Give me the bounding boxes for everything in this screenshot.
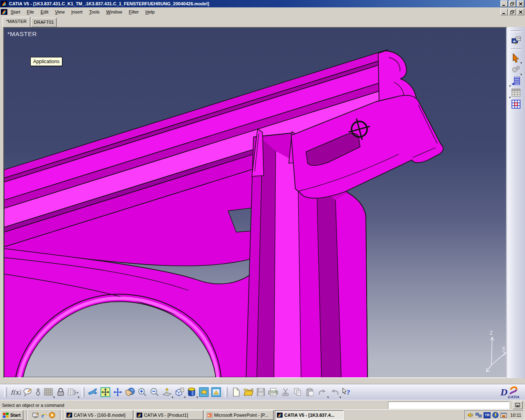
copy-button[interactable] <box>292 386 304 398</box>
subtoolbar-arrow[interactable] <box>78 397 79 398</box>
zoom-in-button[interactable] <box>136 386 148 398</box>
menu-edit[interactable]: Edit <box>37 8 52 16</box>
menu-insert[interactable]: Insert <box>68 8 86 16</box>
toolbar-handle[interactable] <box>225 387 228 397</box>
zoom-in-icon <box>137 387 147 397</box>
isometric-view-button[interactable] <box>173 386 185 398</box>
pan-button[interactable] <box>112 386 124 398</box>
taskbar-separator <box>26 410 28 420</box>
menu-window[interactable]: Window <box>103 8 126 16</box>
bottom-toolbar-zone: f(x) <box>0 378 525 400</box>
open-folder-icon <box>243 388 254 397</box>
status-message: Select an object or a command <box>2 403 388 408</box>
document-icon <box>1 9 7 15</box>
3d-model-canvas[interactable]: Z X <box>4 28 506 377</box>
power-input-button[interactable] <box>513 401 523 409</box>
undo-icon <box>317 388 327 396</box>
workbench-button[interactable] <box>510 34 522 46</box>
mdi-close-button[interactable] <box>517 9 524 15</box>
mdi-restore-button[interactable] <box>509 9 516 15</box>
design-grid-button[interactable] <box>42 386 55 398</box>
rotate-button[interactable] <box>124 386 136 398</box>
task-catia-160b[interactable]: CATIA V5 - [160-B.model] <box>64 410 133 420</box>
workbench-icon <box>511 35 521 45</box>
language-indicator[interactable]: TR <box>484 412 491 418</box>
zoom-out-button[interactable] <box>148 386 161 398</box>
task-powerpoint[interactable]: Microsoft PowerPoint - [P... <box>205 410 274 420</box>
knowledge-button[interactable] <box>34 386 42 398</box>
tab-master[interactable]: *MASTER <box>2 17 30 27</box>
design-table-button[interactable]: }= <box>67 386 79 398</box>
swap-visible-space-button[interactable] <box>210 386 222 398</box>
working-grid-icon <box>511 99 521 109</box>
tools-gears-button[interactable] <box>510 64 522 75</box>
undo-button[interactable] <box>316 386 329 398</box>
lock-button[interactable] <box>55 386 67 398</box>
power-input-field[interactable] <box>388 402 509 409</box>
media-player-icon[interactable] <box>49 412 55 418</box>
copy-icon <box>293 388 302 397</box>
volume-icon[interactable] <box>467 412 474 418</box>
swap-visible-space-icon <box>211 387 221 397</box>
open-button[interactable] <box>242 386 255 398</box>
mdi-minimize-button[interactable] <box>500 9 508 15</box>
window-title: CATIA V5 - [1K3.837.431.C_K1_TM_.1K3.837… <box>9 1 500 6</box>
restore-button[interactable] <box>509 0 516 7</box>
comment-button[interactable] <box>22 386 34 398</box>
new-button[interactable] <box>230 386 242 398</box>
network-icon[interactable] <box>475 412 482 418</box>
comment-icon <box>23 388 33 397</box>
menu-start[interactable]: Start <box>7 8 23 16</box>
select-button[interactable] <box>510 52 522 64</box>
save-icon <box>256 388 265 397</box>
messenger-icon[interactable] <box>492 412 499 418</box>
3d-viewport[interactable]: Z X *MASTER Applications <box>3 27 507 378</box>
layer-filter-button[interactable] <box>510 75 522 87</box>
fly-mode-icon <box>88 388 98 397</box>
toolbar-handle[interactable] <box>82 387 84 397</box>
formula-button[interactable]: f(x) <box>9 386 22 398</box>
start-button[interactable]: Start <box>1 410 23 420</box>
menu-help[interactable]: Help <box>142 8 158 16</box>
applications-button[interactable]: Applications <box>30 57 62 66</box>
render-style-button[interactable] <box>185 386 198 398</box>
task-catia-product1[interactable]: CATIA V5 - [Product1] <box>135 410 203 420</box>
fit-all-in-button[interactable] <box>99 386 112 398</box>
svg-text:D: D <box>500 387 507 397</box>
gears-icon <box>511 65 521 75</box>
menu-filter[interactable]: Filter <box>126 8 142 16</box>
render-style-icon <box>187 387 196 397</box>
menu-view[interactable]: View <box>52 8 68 16</box>
help-button[interactable]: ? <box>341 386 353 398</box>
hide-show-button[interactable] <box>198 386 210 398</box>
application-tray-icon[interactable] <box>500 412 507 418</box>
fly-mode-button[interactable] <box>87 386 99 398</box>
print-icon <box>268 388 278 397</box>
menu-tools[interactable]: Tools <box>86 8 103 16</box>
redo-button[interactable] <box>329 386 341 398</box>
task-label: Microsoft PowerPoint - [P... <box>214 413 268 418</box>
taskbar-separator <box>60 410 62 420</box>
close-button[interactable] <box>517 0 524 7</box>
save-button[interactable] <box>255 386 267 398</box>
formula-fx-icon: f(x) <box>10 388 21 396</box>
print-button[interactable] <box>267 386 279 398</box>
paste-button[interactable] <box>304 386 316 398</box>
toolbar-handle[interactable] <box>4 387 7 397</box>
task-catia-1k3-active[interactable]: CATIA V5 - [1K3.837.4... <box>275 410 344 420</box>
tab-draft01[interactable]: DRAFT01 <box>31 18 57 27</box>
toolbar-handle[interactable] <box>511 30 521 32</box>
isometric-view-icon <box>174 387 185 397</box>
catia-task-icon <box>137 413 142 418</box>
menu-file[interactable]: File <box>23 8 37 16</box>
table-button[interactable] <box>510 87 522 98</box>
minimize-button[interactable] <box>500 0 508 7</box>
grid-button[interactable] <box>510 98 522 110</box>
toolbar-handle[interactable] <box>511 48 521 50</box>
normal-view-button[interactable] <box>161 386 173 398</box>
internet-explorer-icon[interactable]: e <box>41 412 47 418</box>
cut-button[interactable] <box>279 386 292 398</box>
show-desktop-icon[interactable] <box>32 412 39 418</box>
windows-logo-icon <box>2 412 9 418</box>
clock[interactable]: 10:11 <box>510 413 521 418</box>
